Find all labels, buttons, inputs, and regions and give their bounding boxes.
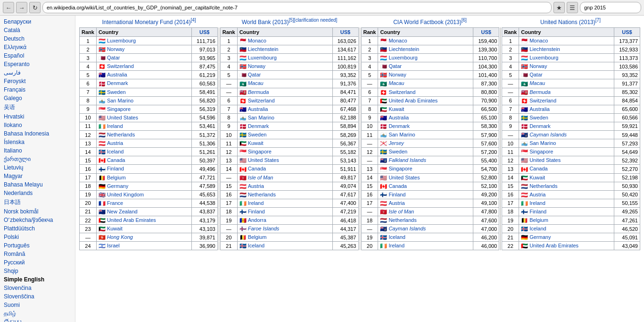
cell-country[interactable]: 🇸🇪Sweden (519, 113, 614, 122)
country-link[interactable]: Cayman Islands (388, 226, 426, 231)
country-link[interactable]: Norway (388, 72, 406, 77)
cell-country[interactable]: 🇳🇱Netherlands (237, 190, 332, 199)
sidebar-item[interactable]: 日本語 (0, 197, 75, 207)
country-link[interactable]: Denmark (248, 123, 269, 129)
cell-country[interactable]: 🇳🇴Norway (519, 62, 614, 71)
country-link[interactable]: Monaco (388, 38, 407, 43)
country-link[interactable]: Sweden (107, 89, 126, 95)
cell-country[interactable]: 🇶🇦Qatar (519, 71, 614, 79)
cell-country[interactable]: 🇱🇺Luxembourg (519, 54, 614, 62)
country-link[interactable]: Norway (107, 46, 124, 52)
sidebar-item[interactable]: తెలుగు (0, 318, 75, 322)
country-link[interactable]: Singapore (248, 149, 272, 154)
cell-country[interactable]: 🇮🇪Ireland (237, 199, 332, 207)
sidebar-item[interactable]: Русский (0, 258, 75, 267)
country-link[interactable]: Ireland (388, 243, 405, 248)
cell-country[interactable]: 🇲🇨Monaco (378, 37, 473, 45)
cell-country[interactable]: 🇦🇺Australia (519, 105, 614, 113)
country-link[interactable]: Kuwait (107, 226, 123, 231)
country-link[interactable]: Singapore (107, 106, 131, 112)
country-link[interactable]: Switzerland (107, 63, 134, 69)
cell-country[interactable]: 🇨🇦Canada (378, 182, 473, 190)
cell-country[interactable]: 🇳🇴Norway (237, 62, 332, 71)
sidebar-item[interactable]: Shqip (0, 267, 75, 275)
country-link[interactable]: Iceland (388, 234, 405, 240)
cell-country[interactable]: 🇸🇲San Marino (378, 131, 473, 139)
country-link[interactable]: San Marino (107, 98, 133, 103)
country-link[interactable]: Kuwait (388, 106, 404, 112)
cell-country[interactable]: 🇫🇰Falkland Islands (378, 156, 473, 165)
cell-country[interactable]: 🇧🇪Belgium (96, 173, 191, 182)
cell-country[interactable]: 🇦🇩Andorra (237, 216, 332, 224)
cell-country[interactable]: 🇸🇲San Marino (519, 139, 614, 148)
cell-country[interactable]: 🇳🇱Netherlands (519, 182, 614, 190)
country-link[interactable]: Macau (388, 80, 404, 86)
cell-country[interactable]: 🇶🇦Qatar (237, 71, 332, 79)
country-link[interactable]: Germany (107, 183, 128, 189)
country-link[interactable]: Isle of Man (248, 175, 273, 180)
cell-country[interactable]: 🇫🇮Finland (96, 165, 191, 173)
country-link[interactable]: Australia (529, 106, 550, 112)
url-bar[interactable] (42, 2, 552, 13)
cell-country[interactable]: 🇱🇺Luxembourg (96, 37, 191, 45)
cell-country[interactable]: 🇰🇼Kuwait (378, 105, 473, 113)
cell-country[interactable]: 🇮🇲Isle of Man (378, 207, 473, 216)
cell-country[interactable]: 🇫🇷France (96, 199, 191, 207)
country-link[interactable]: Sweden (388, 149, 407, 154)
country-link[interactable]: Qatar (529, 72, 543, 77)
cell-country[interactable]: 🇫🇴Faroe Islands (237, 225, 332, 233)
cell-country[interactable]: 🇮🇸Iceland (519, 225, 614, 233)
sidebar-item[interactable]: Deutsch (0, 34, 75, 43)
cell-country[interactable]: 🇧🇪Belgium (519, 216, 614, 224)
country-link[interactable]: Qatar (248, 72, 261, 77)
cell-country[interactable]: 🇰🇼Kuwait (237, 139, 332, 148)
country-link[interactable]: Canada (248, 166, 266, 171)
cell-country[interactable]: 🇩🇪Germany (519, 233, 614, 242)
cell-country[interactable]: 🇸🇲San Marino (237, 113, 332, 122)
sidebar-item[interactable]: Bahasa Melayu (0, 180, 75, 189)
cell-country[interactable]: 🇰🇾Cayman Islands (519, 131, 614, 139)
cell-country[interactable]: 🇸🇪Sweden (378, 148, 473, 156)
cell-country[interactable]: 🇮🇪Ireland (378, 242, 473, 250)
sidebar-item[interactable]: Italiano (0, 146, 75, 155)
cell-country[interactable]: 🇨🇭Switzerland (378, 88, 473, 96)
cell-country[interactable]: 🇰🇾Cayman Islands (378, 225, 473, 233)
sidebar-item[interactable]: Hrvatski (0, 112, 75, 121)
country-link[interactable]: Luxembourg (388, 55, 417, 60)
cell-country[interactable]: 🇮🇸Iceland (237, 242, 332, 250)
cell-country[interactable]: 🇭🇰Hong Kong (96, 233, 191, 242)
country-link[interactable]: Netherlands (248, 192, 276, 197)
country-link[interactable]: United Arab Emirates (388, 98, 438, 103)
sidebar-item[interactable]: Esperanto (0, 60, 75, 68)
cell-country[interactable]: 🇸🇲San Marino (96, 96, 191, 105)
cell-country[interactable]: 🇦🇪United Arab Emirates (519, 242, 614, 250)
country-link[interactable]: Austria (388, 200, 405, 206)
sidebar-item[interactable]: Magyar (0, 172, 75, 180)
sidebar-item[interactable]: Føroyskt (0, 77, 75, 85)
country-link[interactable]: Belgium (107, 175, 126, 180)
country-link[interactable]: Iceland (107, 149, 124, 154)
country-link[interactable]: Bermuda (248, 89, 269, 95)
country-link[interactable]: Switzerland (388, 89, 415, 95)
country-link[interactable]: Netherlands (388, 217, 416, 223)
country-link[interactable]: San Marino (248, 115, 274, 120)
sidebar-item[interactable]: Norsk bokmål (0, 207, 75, 216)
country-link[interactable]: Finland (529, 209, 546, 214)
cell-country[interactable]: 🇱🇮Liechtenstein (378, 45, 473, 54)
country-link[interactable]: United Kingdom (107, 192, 144, 197)
country-link[interactable]: Ireland (529, 200, 545, 206)
cell-country[interactable]: 🇧🇲Bermuda (519, 88, 614, 96)
cell-country[interactable]: 🇱🇺Luxembourg (237, 54, 332, 62)
cell-country[interactable]: 🇲🇴Macau (378, 79, 473, 88)
cell-country[interactable]: 🇦🇪United Arab Emirates (96, 216, 191, 224)
country-link[interactable]: United States (388, 175, 420, 180)
cell-country[interactable]: 🇩🇰Denmark (378, 122, 473, 130)
bookmark-button[interactable]: ★ (553, 2, 565, 13)
country-link[interactable]: Liechtenstein (529, 46, 560, 52)
cell-country[interactable]: 🇨🇦Canada (519, 165, 614, 173)
country-link[interactable]: Macau (248, 80, 264, 86)
cell-country[interactable]: 🇦🇹Austria (378, 199, 473, 207)
sidebar-item[interactable]: Polski (0, 233, 75, 241)
cell-country[interactable]: 🇸🇬Singapore (378, 165, 473, 173)
country-link[interactable]: United Arab Emirates (107, 217, 156, 223)
